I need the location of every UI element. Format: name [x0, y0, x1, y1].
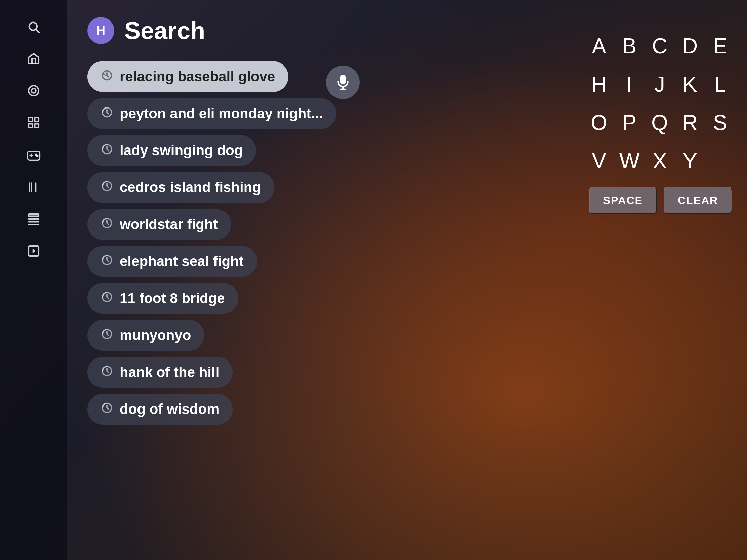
svg-rect-13	[29, 214, 38, 216]
key-v[interactable]: V	[589, 149, 609, 174]
gamepad-icon[interactable]	[26, 148, 41, 163]
history-icon-8	[101, 328, 113, 343]
search-item-3[interactable]: lady swinging dog	[87, 135, 256, 166]
space-button[interactable]: SPACE	[589, 187, 657, 214]
search-icon[interactable]	[27, 20, 40, 34]
search-item-6[interactable]: elephant seal fight	[87, 246, 257, 277]
search-item-7-text: 11 foot 8 bridge	[120, 290, 225, 306]
search-item-2-text: peyton and eli monday night...	[120, 105, 323, 122]
key-l[interactable]: L	[710, 72, 730, 97]
search-item-4-text: cedros island fishing	[120, 179, 261, 195]
playlist-icon[interactable]	[27, 212, 40, 226]
key-s[interactable]: S	[710, 110, 730, 135]
svg-point-9	[37, 155, 38, 157]
key-x[interactable]: X	[649, 149, 670, 174]
history-icon-5	[101, 217, 113, 232]
svg-point-3	[31, 88, 36, 93]
history-icon-9	[101, 365, 113, 380]
search-item-8[interactable]: munyonyo	[87, 320, 204, 351]
search-item-9-text: hank of the hill	[120, 364, 219, 380]
circle-target-icon[interactable]	[27, 84, 40, 98]
grid-icon[interactable]	[27, 116, 40, 129]
key-r[interactable]: R	[680, 110, 700, 135]
search-item-7[interactable]: 11 foot 8 bridge	[87, 283, 238, 314]
history-icon-2	[101, 106, 113, 121]
svg-marker-18	[33, 248, 36, 253]
history-icon-10	[101, 402, 113, 417]
history-icon-3	[101, 143, 113, 158]
home-icon[interactable]	[27, 52, 40, 65]
history-icon-4	[101, 180, 113, 195]
history-icon-7	[101, 291, 113, 306]
key-q[interactable]: Q	[649, 110, 670, 135]
search-item-10-text: dog of wisdom	[120, 401, 219, 417]
svg-rect-7	[35, 124, 38, 128]
key-k[interactable]: K	[680, 72, 700, 97]
search-item-1-text: relacing baseball glove	[120, 69, 275, 85]
svg-rect-5	[35, 117, 38, 122]
main-content: H Search relacing baseball glove	[67, 0, 370, 560]
key-j[interactable]: J	[649, 72, 670, 97]
search-item-5[interactable]: worldstar fight	[87, 209, 231, 240]
search-item-9[interactable]: hank of the hill	[87, 357, 233, 388]
svg-rect-6	[29, 124, 33, 128]
key-d[interactable]: D	[680, 34, 700, 58]
keyboard-row-4: V W X Y	[589, 149, 730, 174]
search-item-6-text: elephant seal fight	[120, 253, 244, 269]
key-w[interactable]: W	[619, 149, 639, 174]
key-o[interactable]: O	[589, 110, 609, 135]
sidebar	[0, 0, 67, 560]
search-item-4[interactable]: cedros island fishing	[87, 172, 274, 203]
key-p[interactable]: P	[619, 110, 639, 135]
key-h[interactable]: H	[589, 72, 609, 97]
search-item-5-text: worldstar fight	[120, 216, 218, 233]
svg-point-2	[29, 86, 38, 96]
history-icon-1	[101, 69, 113, 84]
search-item-8-text: munyonyo	[120, 327, 191, 343]
play-square-icon[interactable]	[27, 244, 40, 258]
key-c[interactable]: C	[649, 34, 670, 58]
avatar: H	[87, 17, 114, 44]
svg-line-1	[36, 30, 39, 33]
key-i[interactable]: I	[619, 72, 639, 97]
page-title: Search	[124, 17, 205, 44]
columns-icon[interactable]	[27, 181, 40, 194]
key-e[interactable]: E	[710, 34, 730, 58]
key-y[interactable]: Y	[680, 149, 700, 174]
keyboard-row-2: H I J K L	[589, 72, 730, 97]
keyboard-row-3: O P Q R S	[589, 110, 730, 135]
header: H Search	[87, 17, 350, 44]
svg-rect-4	[29, 117, 33, 122]
search-item-10[interactable]: dog of wisdom	[87, 394, 233, 425]
key-b[interactable]: B	[619, 34, 639, 58]
microphone-button[interactable]	[326, 65, 360, 99]
keyboard-row-1: A B C D E	[589, 34, 730, 58]
keyboard-panel: A B C D E H I J K L O P Q R S V W X Y SP…	[572, 20, 747, 228]
search-item-3-text: lady swinging dog	[120, 142, 243, 159]
search-suggestions-list: relacing baseball glove peyton and eli m…	[87, 61, 350, 425]
clear-button[interactable]: CLEAR	[664, 187, 732, 214]
search-item-2[interactable]: peyton and eli monday night...	[87, 98, 336, 129]
keyboard-actions: SPACE CLEAR	[589, 187, 730, 214]
search-item-1[interactable]: relacing baseball glove	[87, 61, 288, 92]
key-a[interactable]: A	[589, 34, 609, 58]
history-icon-6	[101, 254, 113, 269]
